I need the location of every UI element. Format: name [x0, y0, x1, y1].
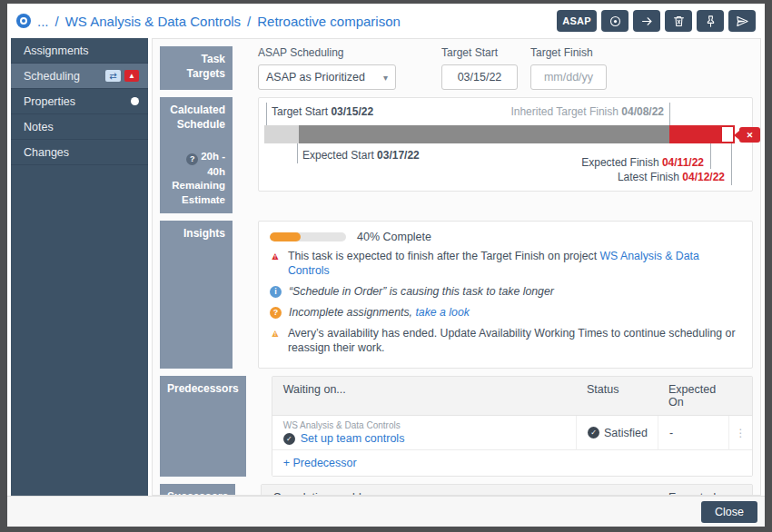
- row-menu-icon[interactable]: ⋮: [728, 416, 752, 449]
- question-icon: ?: [270, 307, 282, 319]
- insight-item: ? Incomplete assignments, take a look: [270, 306, 741, 320]
- pin-button[interactable]: [697, 10, 724, 32]
- expected-start-tick: [297, 143, 298, 163]
- col-expected-on: Expected On: [658, 377, 728, 415]
- target-button[interactable]: [601, 10, 628, 32]
- estimate-caption: Remaining Estimate: [167, 179, 225, 207]
- section-task-targets: Task Targets ASAP Scheduling ASAP as Pri…: [160, 46, 753, 90]
- insight-text: “Schedule in Order” is causing this task…: [289, 285, 554, 300]
- progress-bar: [270, 232, 346, 241]
- col-completion-enables: Completion enables...: [262, 485, 460, 496]
- section-calculated-schedule: Calculated Schedule ?20h - 40h Remaining…: [160, 97, 753, 213]
- breadcrumb-separator: /: [247, 14, 251, 29]
- col-expected-on: Expected On: [658, 485, 728, 496]
- header-toolbar: ASAP: [557, 10, 756, 32]
- estimate-range: 20h - 40h: [201, 151, 225, 177]
- schedule-bar-overrun-segment: [669, 125, 720, 143]
- schedule-bar-lead-segment: [264, 125, 299, 143]
- expected-finish-tick: [710, 143, 711, 169]
- inherited-target-finish-marker: Inherited Target Finish 04/08/22: [510, 105, 664, 118]
- progress-fill: [270, 232, 301, 241]
- overrun-alert-badge[interactable]: ✕: [739, 127, 760, 143]
- section-label: Calculated Schedule: [167, 103, 225, 132]
- sidebar-item-label: Changes: [24, 146, 69, 159]
- progress-text: 40% Complete: [357, 231, 431, 243]
- main-content: Task Targets ASAP Scheduling ASAP as Pri…: [152, 38, 761, 496]
- section-label: Task Targets: [160, 46, 233, 90]
- insight-text: Avery’s availability has ended. Update A…: [288, 327, 741, 356]
- sidebar-item-label: Assignments: [24, 44, 89, 57]
- table-header: Completion enables... Expected On: [262, 485, 752, 496]
- sidebar-item-assignments[interactable]: Assignments: [11, 38, 148, 64]
- section-successors: Successors Completion enables... Expecte…: [160, 484, 753, 496]
- inherited-target-finish-tick: [669, 103, 670, 125]
- breadcrumb-ellipsis[interactable]: ...: [37, 14, 49, 29]
- schedule-bar-handle[interactable]: [720, 125, 735, 143]
- section-insights: Insights 40% Complete ▲! This task is ex…: [160, 221, 753, 369]
- marker-date: 04/08/22: [621, 105, 664, 118]
- dependency-swap-icon: ⇄: [105, 70, 121, 82]
- send-button[interactable]: [728, 10, 756, 32]
- target-finish-input[interactable]: [530, 64, 607, 90]
- latest-finish-marker: Latest Finish 04/12/22: [618, 171, 725, 183]
- arrow-right-icon: [640, 15, 654, 28]
- dropdown-value: ASAP as Prioritized: [266, 71, 365, 84]
- go-to-button[interactable]: [633, 10, 660, 32]
- sidebar-item-label: Properties: [24, 95, 75, 108]
- check-circle-icon: ✓: [283, 433, 295, 445]
- latest-finish-tick: [731, 143, 732, 185]
- sidebar-item-notes[interactable]: Notes: [11, 114, 148, 140]
- schedule-gantt: Target Start 03/15/22 Inherited Target F…: [258, 97, 753, 192]
- close-button[interactable]: Close: [701, 501, 757, 523]
- insight-item: ▲! Avery’s availability has ended. Updat…: [270, 327, 741, 356]
- asap-scheduling-dropdown[interactable]: ASAP as Prioritized ▾: [258, 64, 396, 90]
- marker-date: 03/17/22: [377, 149, 420, 162]
- section-label: Successors: [160, 484, 235, 496]
- info-icon: i: [270, 286, 282, 298]
- marker-label: Expected Start: [302, 149, 374, 162]
- breadcrumb-project-link[interactable]: WS Analysis & Data Controls: [65, 14, 241, 29]
- marker-label: Latest Finish: [618, 171, 679, 183]
- target-start-field: Target Start: [441, 46, 518, 90]
- col-status: Status: [576, 377, 658, 415]
- pin-icon: [704, 15, 718, 28]
- breadcrumb-separator: /: [55, 14, 59, 29]
- warning-triangle-icon: ▲!: [270, 328, 281, 339]
- section-label: Predecessors: [160, 376, 246, 477]
- marker-label: Expected Finish: [581, 156, 658, 169]
- delete-button[interactable]: [665, 10, 692, 32]
- task-edit-dialog: ... / WS Analysis & Data Controls / Retr…: [7, 4, 765, 527]
- sidebar-item-label: Scheduling: [24, 70, 80, 83]
- predecessors-table: Waiting on... Status Expected On WS Anal…: [272, 376, 753, 477]
- sidebar: Assignments Scheduling ⇄ ▲ Properties No…: [11, 38, 148, 496]
- asap-scheduling-field: ASAP Scheduling ASAP as Prioritized ▾: [258, 46, 396, 90]
- target-start-marker: Target Start 03/15/22: [272, 105, 373, 118]
- section-label: Insights: [160, 221, 233, 369]
- target-start-input[interactable]: [441, 64, 518, 90]
- chevron-down-icon: ▾: [383, 73, 388, 83]
- help-icon[interactable]: ?: [186, 153, 198, 165]
- dialog-body: Assignments Scheduling ⇄ ▲ Properties No…: [7, 38, 765, 496]
- field-label: Target Finish: [530, 46, 607, 59]
- marker-date: 04/11/22: [662, 156, 704, 169]
- sidebar-item-changes[interactable]: Changes: [11, 140, 148, 165]
- asap-button[interactable]: ASAP: [557, 10, 597, 32]
- target-icon: [609, 15, 622, 28]
- take-a-look-link[interactable]: take a look: [415, 306, 469, 319]
- dialog-footer: Close: [7, 496, 765, 527]
- marker-label: Inherited Target Finish: [510, 105, 619, 118]
- close-icon: ✕: [747, 131, 754, 140]
- col-waiting-on: Waiting on...: [272, 377, 576, 415]
- properties-dot-badge: [131, 97, 139, 105]
- paper-plane-icon: [736, 15, 749, 28]
- alert-triangle-icon: ▲!: [270, 251, 281, 261]
- sidebar-item-properties[interactable]: Properties: [11, 89, 148, 114]
- status-check-icon: ✓: [588, 427, 599, 438]
- predecessor-task-link[interactable]: Set up team controls: [301, 432, 405, 445]
- section-predecessors: Predecessors Waiting on... Status Expect…: [160, 376, 753, 477]
- task-type-icon: [16, 14, 31, 28]
- add-predecessor-button[interactable]: + Predecessor: [272, 450, 752, 476]
- sidebar-item-scheduling[interactable]: Scheduling ⇄ ▲: [11, 64, 148, 89]
- insights-panel: 40% Complete ▲! This task is expected to…: [258, 221, 753, 369]
- insight-text: This task is expected to finish after th…: [288, 250, 600, 262]
